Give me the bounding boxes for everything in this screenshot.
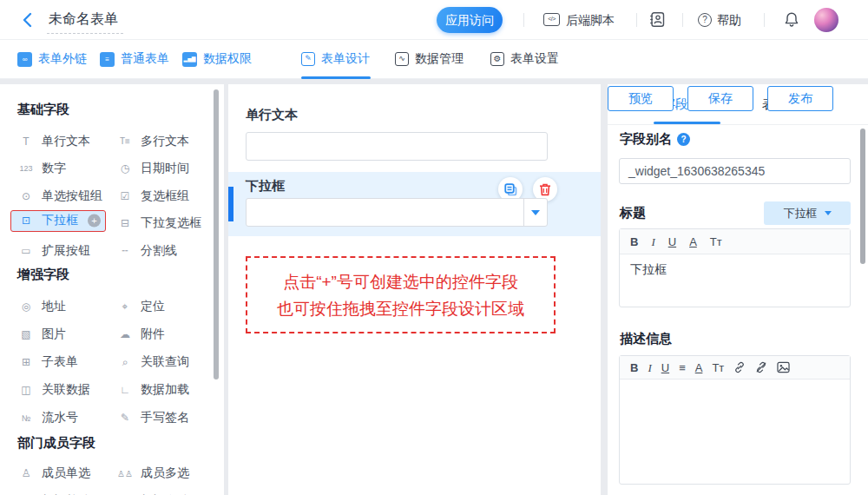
description-editor-content[interactable]: [620, 380, 850, 484]
field-item-multi-line-text[interactable]: T≡多行文本: [116, 128, 207, 155]
tab-form-settings[interactable]: ⚙ 表单设置: [490, 51, 559, 67]
field-item-serial-number[interactable]: №流水号: [17, 404, 116, 432]
italic-button[interactable]: I: [651, 236, 654, 248]
field-item-single-line-text[interactable]: T单行文本: [17, 128, 116, 155]
field-item-label: 图片: [42, 327, 66, 342]
calendar-icon: ◷: [116, 162, 134, 175]
title-editor-content[interactable]: 下拉框: [620, 254, 850, 307]
field-item-address[interactable]: ◎地址: [17, 293, 116, 320]
field-item-label: 地址: [42, 299, 66, 314]
field-item-dropdown-selected[interactable]: ⊡ 下拉框 +: [10, 210, 106, 232]
dropdown-caret-zone[interactable]: [523, 199, 547, 226]
serial-number-icon: №: [17, 413, 35, 423]
pen-icon: ✎: [116, 412, 134, 424]
contacts-button[interactable]: [649, 11, 666, 28]
dropdown-select-input[interactable]: [246, 198, 548, 227]
tab-label: 数据权限: [203, 51, 252, 67]
field-item-label: 多行文本: [141, 134, 189, 149]
italic-button[interactable]: I: [648, 362, 651, 373]
alias-label: 字段别名?: [620, 131, 690, 148]
font-size-button[interactable]: Tт: [710, 236, 722, 248]
sidebar-scrollbar[interactable]: [214, 89, 219, 380]
member-fields-grid: ♙成员单选 ♙♙成员多选 ▤部门单选 ▥部门多选: [17, 459, 207, 495]
field-item-member-multi[interactable]: ♙♙成员多选: [116, 459, 207, 487]
form-title[interactable]: 未命名表单: [47, 10, 123, 34]
app-access-button[interactable]: 应用访问: [437, 7, 503, 33]
tab-data-permission[interactable]: ▂▅▇ 数据权限: [182, 51, 252, 67]
section-title-enhanced-fields: 增强字段: [17, 267, 69, 283]
publish-button[interactable]: 发布: [767, 86, 833, 111]
field-item-radio-group[interactable]: ⊙单选按钮组: [17, 182, 116, 210]
field-item-divider-line[interactable]: ╌分割线: [116, 237, 207, 265]
chart-load-icon: ∟: [116, 384, 134, 396]
field-item-data-loading[interactable]: ∟数据加载: [116, 376, 207, 404]
field-item-checkbox-group[interactable]: ☑复选框组: [116, 182, 207, 210]
contacts-icon: [649, 11, 666, 28]
trash-icon: [539, 183, 551, 196]
field-item-label: 数据加载: [141, 382, 189, 398]
single-line-text-icon: T: [17, 135, 35, 148]
widget-type-label: 下拉框: [784, 206, 818, 221]
field-item-attachment[interactable]: ☁附件: [116, 320, 207, 348]
search-link-icon: ⌕: [116, 356, 134, 368]
widget-type-dropdown-button[interactable]: 下拉框: [764, 201, 851, 225]
align-button[interactable]: ≡: [679, 362, 686, 373]
notifications-button[interactable]: [784, 11, 799, 28]
tab-form-external-link[interactable]: ∞ 表单外链: [17, 51, 87, 67]
field-item-linked-query[interactable]: ⌕关联查询: [116, 348, 207, 376]
field-item-label: 单行文本: [42, 134, 90, 149]
dropdown-select-value: [247, 199, 523, 226]
people-icon: ♙♙: [116, 469, 134, 478]
insert-link-button[interactable]: [733, 361, 746, 373]
remove-link-button[interactable]: [755, 361, 767, 373]
user-avatar[interactable]: [814, 8, 838, 32]
tab-label: 数据管理: [415, 51, 464, 67]
image-icon: [777, 361, 790, 373]
field-item-positioning[interactable]: ⌖定位: [116, 293, 207, 320]
single-line-text-input[interactable]: [246, 132, 548, 161]
add-field-plus-button[interactable]: +: [88, 214, 101, 228]
field-item-linked-data[interactable]: ◫关联数据: [17, 376, 116, 404]
underline-button[interactable]: U: [668, 236, 676, 248]
field-item-dropdown-multi[interactable]: ⊟下拉复选框: [116, 210, 207, 238]
alias-label-text: 字段别名: [620, 131, 672, 146]
font-color-button[interactable]: A: [695, 362, 703, 373]
field-item-number[interactable]: 123数字: [17, 155, 116, 183]
backend-script-button[interactable]: 后端脚本: [566, 13, 615, 29]
back-button[interactable]: [19, 11, 36, 29]
font-size-button[interactable]: Tт: [712, 362, 724, 373]
panel-scrollbar[interactable]: [860, 129, 865, 264]
field-item-label: 附件: [141, 327, 165, 342]
help-button[interactable]: 帮助: [717, 13, 741, 29]
tab-data-management[interactable]: ∿ 数据管理: [395, 51, 464, 67]
save-button[interactable]: 保存: [687, 86, 753, 111]
field-item-department-multi[interactable]: ▥部门多选: [116, 487, 207, 495]
field-item-image[interactable]: ▧图片: [17, 320, 116, 348]
field-item-datetime[interactable]: ◷日期时间: [116, 155, 207, 183]
help-question-icon[interactable]: ?: [677, 133, 690, 146]
underline-button[interactable]: U: [661, 362, 669, 373]
field-item-subform[interactable]: ⊞子表单: [17, 348, 116, 376]
tab-form-design[interactable]: ✎ 表单设计: [301, 51, 370, 67]
field-item-department-single[interactable]: ▤部门单选: [17, 487, 116, 495]
preview-button[interactable]: 预览: [608, 86, 674, 111]
insert-image-button[interactable]: [777, 361, 790, 373]
person-icon: ♙: [17, 467, 35, 479]
tab-label: 表单外链: [38, 51, 87, 67]
selected-widget-dropdown[interactable]: 下拉框: [228, 172, 601, 236]
tab-label: 普通表单: [121, 51, 169, 67]
font-color-button[interactable]: A: [689, 236, 697, 248]
field-item-member-single[interactable]: ♙成员单选: [17, 459, 116, 487]
field-item-handwritten-signature[interactable]: ✎手写签名: [116, 404, 207, 432]
tab-normal-form[interactable]: ≡ 普通表单: [100, 51, 169, 67]
bold-button[interactable]: B: [630, 236, 638, 248]
location-pin-icon: ◎: [17, 300, 35, 313]
gear-document-icon: ⚙: [490, 52, 504, 66]
cloud-upload-icon: ☁: [116, 328, 134, 340]
field-item-extend-button[interactable]: ▭扩展按钮: [17, 237, 116, 265]
image-icon: ▧: [17, 328, 35, 340]
field-alias-input[interactable]: _widget_1630638265345: [619, 158, 851, 184]
section-title-basic-fields: 基础字段: [17, 102, 69, 118]
link-icon: ∞: [17, 52, 32, 67]
bold-button[interactable]: B: [630, 362, 638, 373]
